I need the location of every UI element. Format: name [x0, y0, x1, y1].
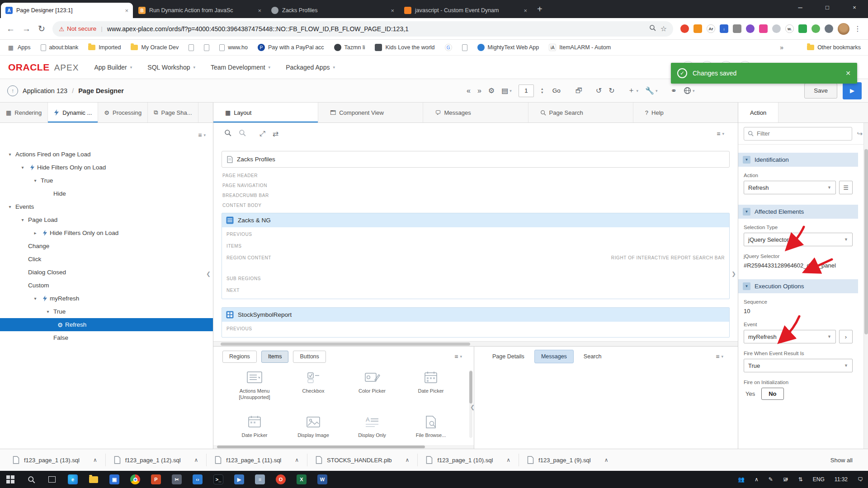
start-button[interactable]	[0, 471, 21, 488]
gallery-item-display-only[interactable]: A Display Only	[343, 412, 401, 449]
go-button[interactable]: Go	[551, 87, 562, 94]
bookmark-item[interactable]: G	[445, 44, 452, 51]
collapse-section-icon[interactable]: ▼	[743, 282, 750, 290]
tab-component-view[interactable]: 🗔Component View	[318, 103, 423, 122]
profile-avatar[interactable]	[838, 23, 849, 35]
region-stocksymbolreport[interactable]: StockSymbolReport PREVIOUS	[222, 307, 730, 338]
bookmark-item[interactable]: Tazmn li	[334, 44, 365, 51]
fire-when-select[interactable]: True ▼	[744, 359, 853, 372]
tab-search-sub[interactable]: Search	[577, 350, 608, 363]
tab-messages-sub[interactable]: Messages	[534, 350, 574, 363]
shared-components-icon[interactable]: ⚭	[671, 86, 677, 95]
bookmark-item[interactable]: Kids Love the world	[375, 44, 434, 51]
extension-icon[interactable]	[772, 24, 781, 33]
close-tab-icon[interactable]: ×	[391, 7, 394, 14]
tree-item-events[interactable]: ▾Events	[0, 200, 213, 213]
network-icon[interactable]: ⇅	[793, 471, 808, 488]
messages-menu-icon[interactable]: ≡▾	[713, 353, 726, 360]
close-toast-icon[interactable]: ✕	[845, 70, 851, 77]
gallery-item-color-picker[interactable]: Color Picker	[343, 367, 401, 411]
scrollbar-thumb[interactable]	[469, 371, 472, 404]
bookmark-itemalarm[interactable]: iAItemALARM - Autom	[549, 44, 611, 51]
chevron-down-icon[interactable]: ▾	[5, 152, 14, 157]
zoom-in-icon[interactable]	[239, 129, 246, 138]
gallery-item-actions-menu[interactable]: Actions Menu [Unsupported]	[225, 367, 284, 411]
event-go-button[interactable]: ›	[839, 330, 853, 343]
close-tab-icon[interactable]: ×	[258, 7, 261, 14]
download-item[interactable]: f123_page_1 (11).sql ∧	[207, 449, 307, 471]
minimize-button[interactable]: ─	[787, 0, 814, 15]
tree-item-custom[interactable]: Custom	[0, 279, 213, 292]
collapse-gallery-icon[interactable]: ❮	[470, 404, 475, 410]
download-item[interactable]: f123_page_1 (12).sql ∧	[106, 449, 207, 471]
filter-box[interactable]	[744, 127, 852, 141]
tree-item-actions-fired[interactable]: ▾Actions Fired on Page Load	[0, 148, 213, 161]
page-number-stepper[interactable]: ▲▼	[541, 87, 544, 94]
download-item[interactable]: f123_page_1 (13).sql ∧	[5, 449, 105, 471]
event-select[interactable]: myRefresh ▼	[744, 330, 836, 343]
taskbar-notepad[interactable]: ≡	[250, 471, 270, 488]
bookmark-item[interactable]	[204, 44, 209, 51]
collapse-section-icon[interactable]: ▼	[743, 208, 750, 216]
download-item[interactable]: STOCKS_HANDLER.plb ∧	[307, 449, 417, 471]
extension-icon[interactable]: ↓	[720, 24, 728, 33]
language-indicator[interactable]: ENG	[808, 471, 830, 488]
taskbar-snip[interactable]: ✂	[166, 471, 187, 488]
gallery-item-date-picker[interactable]: Date Picker	[401, 367, 460, 411]
sequence-value[interactable]: 10	[744, 307, 853, 314]
bookmark-item[interactable]	[462, 44, 467, 51]
section-execution-options[interactable]: ▼ Execution Options	[738, 279, 858, 293]
team-dev-globe-icon[interactable]: ▾	[684, 87, 695, 94]
tree-item-refresh-selected[interactable]: ⚙Refresh	[0, 318, 213, 331]
extension-icon[interactable]	[811, 24, 820, 33]
chevron-up-icon[interactable]: ∧	[295, 457, 299, 463]
new-tab-button[interactable]: +	[537, 4, 542, 14]
tab-page-details[interactable]: Page Details	[486, 350, 531, 363]
section-affected-elements[interactable]: ▼ Affected Elements	[738, 205, 858, 219]
browser-tab-4[interactable]: javascript - Custom Event Dynam ×	[400, 3, 532, 18]
gallery-item-date-picker-2[interactable]: Date Picker	[225, 412, 284, 449]
go-to-group-icon[interactable]: ↪	[857, 130, 863, 138]
tab-page-search[interactable]: Page Search	[528, 103, 633, 122]
not-secure-warning[interactable]: ⚠ Not secure |	[59, 25, 103, 33]
gallery-menu-icon[interactable]: ≡▾	[452, 353, 465, 360]
reload-icon[interactable]: ↻	[38, 23, 45, 34]
bookmark-mightytext[interactable]: MightyText Web App	[477, 44, 539, 51]
create-icon[interactable]: ＋▾	[628, 86, 639, 95]
tab-action[interactable]: Action	[738, 103, 778, 122]
switch-layout-icon[interactable]: ⇄	[273, 130, 278, 138]
tray-chevron-up-icon[interactable]: ∧	[750, 471, 764, 488]
close-tab-icon[interactable]: ×	[125, 7, 128, 14]
chevron-down-icon[interactable]: ▾	[31, 178, 40, 183]
monitor-icon[interactable]: 🖳	[778, 471, 793, 488]
collapse-left-panel-icon[interactable]: ❮	[206, 271, 211, 277]
extension-icon[interactable]	[680, 24, 689, 33]
region-header[interactable]: Zacks & NG	[222, 213, 729, 227]
collapse-right-panel-icon[interactable]: ❯	[731, 271, 736, 277]
save-button[interactable]: Save	[804, 83, 837, 99]
page-select-icon[interactable]: ▤▾	[501, 86, 512, 95]
scrollbar-thumb[interactable]	[221, 343, 470, 346]
region-header[interactable]: StockSymbolReport	[222, 308, 729, 322]
nav-app-builder[interactable]: App Builder▾	[94, 64, 132, 71]
browser-tab-3[interactable]: Zacks Profiles ×	[267, 3, 399, 18]
taskbar-photos[interactable]: ▣	[104, 471, 125, 488]
task-view-button[interactable]	[42, 471, 62, 488]
taskbar-search-button[interactable]	[21, 471, 42, 488]
bookmark-star-icon[interactable]: ☆	[660, 24, 667, 33]
taskbar-media-player[interactable]: ▶	[229, 471, 250, 488]
chevron-up-icon[interactable]: ∧	[604, 457, 609, 463]
maximize-button[interactable]: □	[814, 0, 841, 15]
action-list-button[interactable]: ☰	[839, 181, 853, 194]
tree-item-change[interactable]: Change	[0, 239, 213, 253]
scrollbar-thumb[interactable]	[217, 446, 425, 448]
close-tab-icon[interactable]: ×	[524, 7, 527, 14]
next-page-icon[interactable]: »	[477, 87, 481, 95]
tab-processing[interactable]: ⚙Processing	[98, 103, 148, 122]
tree-item-hide[interactable]: Hide	[0, 187, 213, 200]
layout-horizontal-scrollbar[interactable]	[213, 341, 738, 346]
chevron-up-icon[interactable]: ∧	[406, 457, 410, 463]
gallery-item-display-image[interactable]: Display Image	[284, 412, 343, 449]
chevron-down-icon[interactable]: ▾	[43, 309, 52, 314]
nav-team-development[interactable]: Team Development▾	[211, 64, 270, 71]
